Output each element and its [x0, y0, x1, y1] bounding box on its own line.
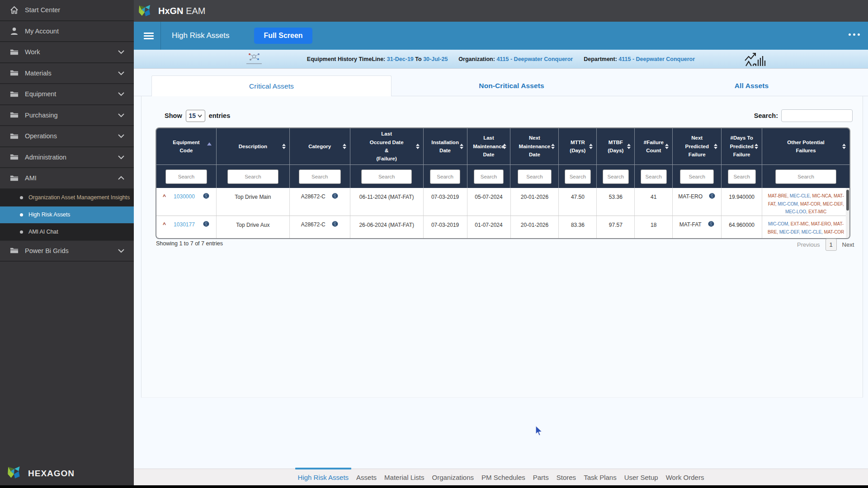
bottom-bar [0, 485, 868, 488]
category-cell: A28672-C [290, 216, 350, 238]
timeline-from[interactable]: 31-Dec-19 [387, 56, 414, 62]
table-row[interactable]: ^ 1030000 Top Drive Main A28672-C 06-11-… [156, 188, 849, 216]
full-screen-button[interactable]: Full Screen [254, 28, 312, 44]
pagination-next[interactable]: Next [842, 241, 854, 248]
folder-icon [9, 110, 19, 120]
department-value[interactable]: 4115 - Deepwater Conqueror [618, 56, 695, 62]
chevron-down-icon [118, 112, 125, 119]
column-search-equipment-code[interactable]: Search [165, 169, 207, 184]
column-search-failure-count[interactable]: Search [641, 169, 667, 184]
sidebar-item-equipment[interactable]: Equipment [0, 84, 134, 105]
equipment-code-link[interactable]: 1030000 [174, 192, 195, 201]
search-input[interactable] [781, 109, 853, 122]
ai-brain-icon[interactable] [708, 221, 715, 230]
col-header-last-maintenance-date[interactable]: Last Maintenance Date [467, 128, 511, 164]
col-header-installation-date[interactable]: Installation Date [424, 128, 467, 164]
brand-bold: HxGN [158, 6, 184, 16]
sidebar-item-administration[interactable]: Administration [0, 147, 134, 169]
header-divider [160, 22, 161, 50]
pagination-page-1[interactable]: 1 [826, 239, 837, 251]
mtbf-cell: 97.57 [597, 216, 635, 238]
tab-critical-assets[interactable]: Critical Assets [151, 75, 392, 96]
ai-brain-icon[interactable] [203, 192, 210, 202]
footer-item-material-lists[interactable]: Material Lists [384, 474, 424, 481]
table-scrollbar-thumb[interactable] [846, 190, 849, 211]
col-header-equipment-code[interactable]: Equipment Code [156, 128, 217, 164]
page-size-select[interactable]: 15 [186, 110, 205, 122]
column-search-mttr[interactable]: Search [565, 169, 591, 184]
chevron-down-icon [118, 247, 125, 254]
sidebar-item-work[interactable]: Work [0, 42, 134, 63]
sidebar-subitem-label: High Risk Assets [28, 211, 70, 218]
ai-brain-icon[interactable] [331, 192, 339, 202]
home-icon [9, 5, 19, 15]
column-search-last-occured[interactable]: Search [361, 169, 412, 184]
sidebar-item-label: My Account [25, 28, 59, 35]
column-search-other-failures[interactable]: Search [775, 169, 836, 184]
hamburger-menu-icon[interactable] [144, 33, 154, 39]
organization-value[interactable]: 4115 - Deepwater Conqueror [496, 56, 573, 62]
col-header-category[interactable]: Category [290, 128, 350, 164]
table-scrollbar[interactable] [846, 188, 849, 238]
bullet-icon [20, 213, 23, 216]
column-search-next-predicted[interactable]: Search [680, 169, 714, 184]
next-maintenance-cell: 20-01-2026 [511, 188, 559, 216]
equipment-code-link[interactable]: 1030177 [174, 221, 195, 229]
sidebar-item-operations[interactable]: Operations [0, 126, 134, 147]
active-tab-indicator [295, 468, 352, 469]
tab-all-assets[interactable]: All Assets [632, 75, 868, 96]
footer-item-parts[interactable]: Parts [533, 474, 549, 481]
sidebar-item-power-bi-grids[interactable]: Power Bi Grids [0, 241, 134, 262]
table-search-row: Search Search Search Search Search Searc… [156, 164, 849, 188]
bullet-icon [20, 196, 23, 199]
ai-brain-icon[interactable] [331, 221, 339, 230]
ai-brain-icon[interactable] [708, 192, 716, 202]
sidebar-item-organization-asset-management-insights[interactable]: Organization Asset Management Insights [0, 189, 134, 206]
col-header-failure-count[interactable]: #Failure Count [635, 128, 673, 164]
footer-item-work-orders[interactable]: Work Orders [666, 474, 704, 481]
column-search-mtbf[interactable]: Search [603, 169, 629, 184]
col-header-mttr[interactable]: MTTR (Days) [559, 128, 597, 164]
overflow-menu-icon[interactable] [849, 33, 860, 36]
footer-item-assets[interactable]: Assets [356, 474, 377, 481]
sidebar-item-start-center[interactable]: Start Center [0, 0, 134, 21]
sidebar-item-ami[interactable]: AMI [0, 168, 134, 189]
ai-brain-icon[interactable] [203, 221, 210, 230]
column-search-next-maintenance[interactable]: Search [518, 169, 551, 184]
hexagon-brand: HEXAGON [0, 462, 134, 485]
row-expand-caret[interactable]: ^ [163, 192, 166, 201]
col-header-next-predicted-failure[interactable]: Next Predicted Failure [673, 128, 722, 164]
sidebar-item-label: Work [25, 48, 40, 56]
col-header-last-occured-date[interactable]: Last Occured Date & (Failure) [350, 128, 424, 164]
col-header-mtbf[interactable]: MTBF (Days) [597, 128, 635, 164]
col-header-next-maintenance-date[interactable]: Next Maintenance Date [510, 128, 559, 164]
footer-item-user-setup[interactable]: User Setup [624, 474, 658, 481]
tab-non-critical-assets[interactable]: Non-Critical Assets [392, 75, 632, 96]
sidebar-item-purchasing[interactable]: Purchasing [0, 105, 134, 127]
sort-icon [842, 144, 846, 149]
footer-item-pm-schedules[interactable]: PM Schedules [481, 474, 525, 481]
col-header-other-potential-failures[interactable]: Other Potential Failures [762, 128, 849, 164]
column-search-last-maintenance[interactable]: Search [474, 169, 504, 184]
footer-item-stores[interactable]: Stores [557, 474, 576, 481]
column-search-description[interactable]: Search [227, 169, 278, 184]
column-search-installation[interactable]: Search [430, 169, 460, 184]
sidebar-item-label: Purchasing [25, 112, 58, 119]
pagination-previous[interactable]: Previous [797, 241, 820, 248]
col-header-description[interactable]: Description [217, 128, 290, 164]
timeline-to[interactable]: 30-Jul-25 [423, 56, 448, 62]
column-search-days-to-predicted[interactable]: Search [728, 169, 756, 184]
sidebar-item-high-risk-assets[interactable]: High Risk Assets [0, 206, 134, 224]
column-search-category[interactable]: Search [299, 169, 341, 184]
footer-item-task-plans[interactable]: Task Plans [584, 474, 617, 481]
col-header-days-to-predicted-failure[interactable]: #Days To Predicted Failure [722, 128, 762, 164]
sidebar-item-my-account[interactable]: My Account [0, 21, 134, 42]
row-expand-caret[interactable]: ^ [163, 221, 166, 229]
sidebar-item-ami-ai-chat[interactable]: AMI AI Chat [0, 224, 134, 241]
sidebar-item-materials[interactable]: Materials [0, 63, 134, 84]
footer-item-organizations[interactable]: Organizations [432, 474, 474, 481]
sort-icon [416, 144, 420, 149]
department-label: Department: [584, 56, 617, 62]
table-row[interactable]: ^ 1030177 Top Drive Aux A28672-C 26-06-2… [156, 216, 849, 238]
footer-item-high-risk-assets[interactable]: High Risk Assets [298, 474, 349, 481]
